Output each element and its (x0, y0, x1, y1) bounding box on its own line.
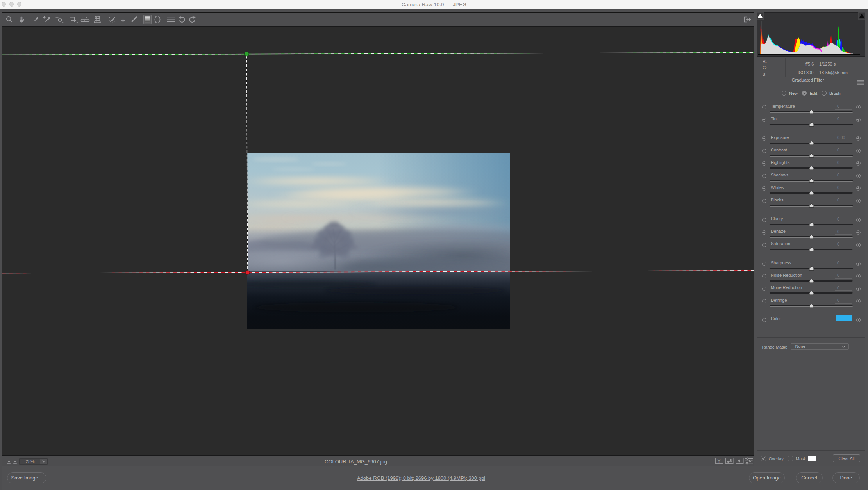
svg-text:Y: Y (717, 458, 720, 464)
